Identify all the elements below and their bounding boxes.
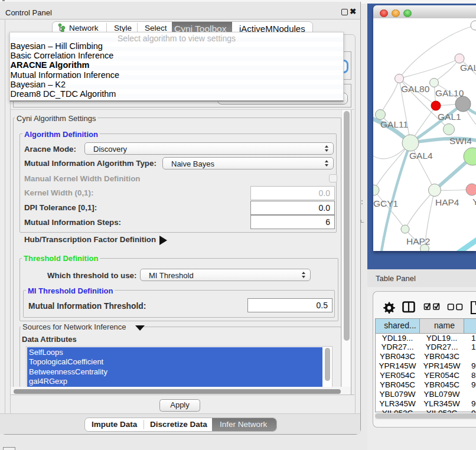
svg-text:GAL80: GAL80 <box>401 84 430 94</box>
svg-text:GAL10: GAL10 <box>435 88 464 98</box>
svg-text:GAL1: GAL1 <box>438 112 461 122</box>
svg-text:HAP4: HAP4 <box>435 197 459 207</box>
svg-text:GAL4: GAL4 <box>409 151 433 161</box>
svg-text:SWI4: SWI4 <box>449 136 472 146</box>
svg-text:GAL7: GAL7 <box>460 63 476 73</box>
svg-text:GCY1: GCY1 <box>373 198 398 208</box>
svg-text:HAP2: HAP2 <box>406 236 431 246</box>
svg-text:YM: YM <box>472 197 476 207</box>
svg-text:GAL11: GAL11 <box>380 119 408 129</box>
